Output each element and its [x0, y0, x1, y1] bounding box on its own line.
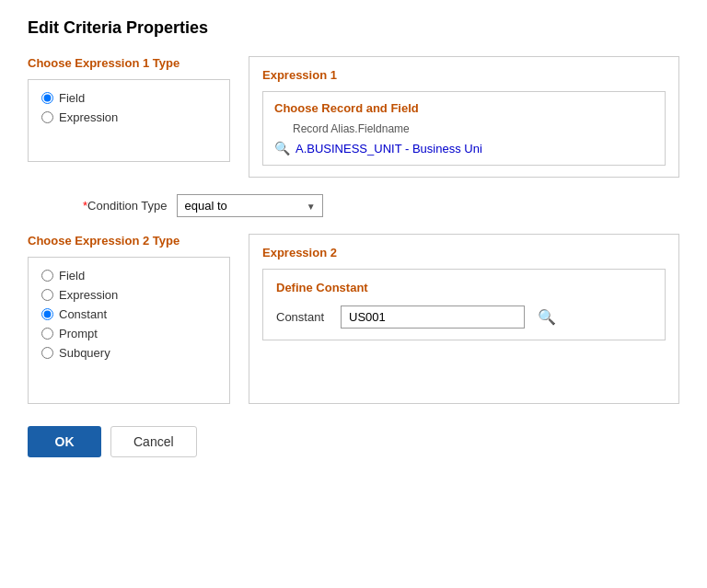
expr1-field-radio[interactable]: Field — [41, 91, 216, 105]
expr1-expression-radio[interactable]: Expression — [41, 110, 216, 124]
expr2-expression-label: Expression — [59, 288, 118, 302]
field-search-icon: 🔍 — [274, 141, 290, 156]
expr2-subquery-radio[interactable]: Subquery — [41, 346, 216, 360]
expression2-label: Expression 2 — [262, 246, 666, 259]
expr1-field-label: Field — [59, 91, 85, 105]
constant-search-button[interactable]: 🔍 — [534, 306, 560, 328]
expression1-label: Expression 1 — [262, 68, 666, 82]
expr2-subquery-label: Subquery — [59, 346, 110, 360]
choose-expr1-section-label: Choose Expression 1 Type — [28, 56, 230, 70]
field-value: A.BUSINESS_UNIT - Business Uni — [296, 142, 482, 156]
condition-type-label: *Condition Type — [83, 199, 168, 213]
expr2-expression-radio[interactable]: Expression — [41, 288, 216, 302]
expr2-field-radio[interactable]: Field — [41, 269, 216, 282]
constant-input[interactable] — [341, 306, 525, 329]
ok-button[interactable]: OK — [28, 426, 101, 457]
condition-type-select-wrapper[interactable]: equal to not equal to greater than less … — [177, 194, 323, 217]
constant-label-text: Constant — [276, 310, 331, 324]
condition-type-select[interactable]: equal to not equal to greater than less … — [177, 194, 323, 217]
expr2-prompt-radio[interactable]: Prompt — [41, 327, 216, 340]
record-alias-label: Record Alias.Fieldname — [274, 122, 654, 135]
expr2-prompt-label: Prompt — [59, 327, 98, 340]
page-title: Edit Criteria Properties — [28, 18, 679, 38]
expr1-expression-label: Expression — [59, 110, 118, 124]
cancel-button[interactable]: Cancel — [110, 426, 197, 457]
expr2-constant-label: Constant — [59, 307, 107, 321]
choose-expr2-section-label: Choose Expression 2 Type — [28, 234, 230, 248]
choose-record-field-label: Choose Record and Field — [274, 101, 654, 115]
define-constant-label: Define Constant — [276, 281, 652, 294]
expr2-constant-radio[interactable]: Constant — [41, 307, 216, 321]
expr2-field-label: Field — [59, 269, 85, 282]
